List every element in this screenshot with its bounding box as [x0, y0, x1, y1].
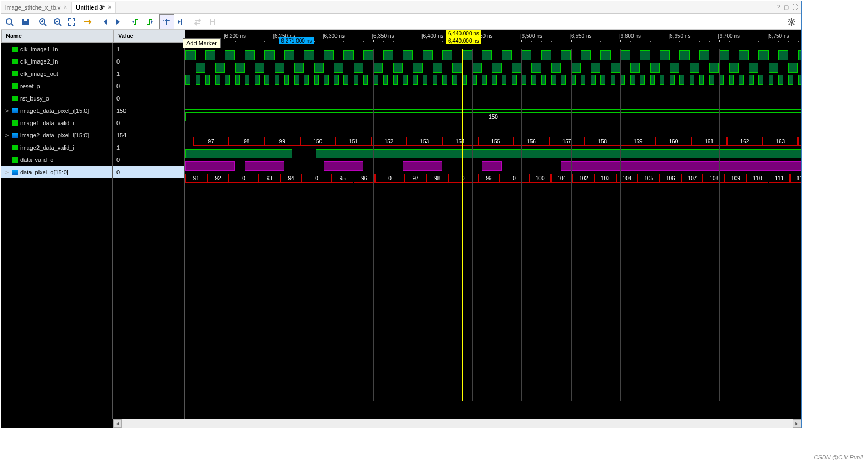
zoom-fit-icon[interactable]	[65, 14, 80, 29]
next-edge-icon[interactable]	[143, 14, 158, 29]
bit-icon	[12, 71, 18, 76]
signal-value: 0	[113, 55, 185, 67]
signal-name: data_valid_o	[20, 157, 53, 163]
signal-row[interactable]: >image2_data_pixel_i[15:0]	[1, 129, 113, 141]
tab-label: Untitled 3*	[76, 4, 105, 11]
bus-icon	[12, 108, 18, 113]
signal-row[interactable]: reset_p	[1, 80, 113, 92]
svg-line-10	[59, 24, 61, 26]
scroll-left-icon[interactable]: ◄	[113, 419, 122, 428]
signal-name: image1_data_valid_i	[20, 120, 74, 126]
svg-point-0	[6, 19, 12, 24]
name-column: Name clk_image1_inclk_image2_inclk_image…	[1, 30, 113, 428]
signal-name: image1_data_pixel_i[15:0]	[20, 107, 89, 114]
svg-point-11	[791, 21, 793, 23]
signal-value: 0	[113, 117, 185, 129]
close-icon[interactable]: ×	[108, 4, 112, 10]
add-marker-icon[interactable]	[159, 14, 174, 29]
prev-edge-icon[interactable]	[128, 14, 143, 29]
goto-cursor-icon[interactable]	[81, 14, 96, 29]
help-icon[interactable]: ?	[777, 4, 780, 11]
value-header[interactable]: Value	[113, 30, 185, 43]
bit-icon	[12, 96, 18, 101]
maximize-icon[interactable]: ⛶	[792, 4, 798, 11]
tab-label: image_stitche_x_tb.v	[5, 4, 60, 11]
value-column: Value 101001500154100	[113, 30, 185, 428]
signal-name: clk_image_out	[20, 71, 58, 77]
settings-icon[interactable]	[784, 14, 799, 29]
bit-icon	[12, 47, 18, 52]
tab-bar: image_stitche_x_tb.v × Untitled 3* × ? ▢…	[1, 1, 801, 14]
signal-row[interactable]: clk_image_out	[1, 67, 113, 80]
restore-icon[interactable]: ▢	[784, 4, 789, 11]
bit-icon	[12, 120, 18, 126]
signal-value: 1	[113, 141, 185, 153]
first-icon[interactable]	[97, 14, 112, 29]
signal-row[interactable]: >image1_data_pixel_i[15:0]	[1, 104, 113, 117]
signal-row[interactable]: >data_pixel_o[15:0]	[1, 166, 113, 178]
svg-line-7	[44, 24, 46, 26]
prev-marker-icon[interactable]	[174, 14, 189, 29]
signal-value: 150	[113, 104, 185, 117]
expand-icon[interactable]: >	[4, 169, 10, 175]
tab-file-1[interactable]: image_stitche_x_tb.v ×	[1, 2, 72, 13]
tooltip: Add Marker	[183, 38, 221, 48]
tab-file-2[interactable]: Untitled 3* ×	[72, 2, 116, 13]
signal-value: 0	[113, 153, 185, 166]
name-header[interactable]: Name	[1, 30, 113, 43]
signal-name: image2_data_pixel_i[15:0]	[20, 132, 89, 138]
bit-icon	[12, 83, 18, 89]
signal-row[interactable]: clk_image2_in	[1, 55, 113, 67]
expand-icon[interactable]: >	[4, 107, 10, 114]
signal-value: 0	[113, 80, 185, 92]
signal-row[interactable]: clk_image1_in	[1, 43, 113, 55]
last-icon[interactable]	[112, 14, 127, 29]
scroll-right-icon[interactable]: ►	[793, 419, 801, 428]
save-icon[interactable]	[19, 14, 34, 29]
waveform-area[interactable]: |6,200 ns|6,250 ns|6,300 ns|6,350 ns|6,4…	[185, 30, 801, 428]
signal-value: 0	[113, 166, 185, 178]
horizontal-scrollbar[interactable]: ◄ ►	[113, 419, 801, 428]
search-icon[interactable]	[3, 14, 18, 29]
expand-icon[interactable]: >	[4, 132, 10, 138]
signal-name: clk_image2_in	[20, 58, 58, 65]
signal-name: rst_busy_o	[20, 95, 49, 102]
close-icon[interactable]: ×	[64, 4, 67, 10]
bus-icon	[12, 133, 18, 138]
swap-a-icon[interactable]	[190, 14, 205, 29]
signal-value: 1	[113, 67, 185, 80]
signal-name: reset_p	[20, 83, 40, 89]
signal-name: data_pixel_o[15:0]	[20, 169, 68, 175]
svg-rect-3	[24, 19, 27, 21]
swap-b-icon[interactable]	[205, 14, 220, 29]
signal-row[interactable]: rst_busy_o	[1, 92, 113, 104]
signal-row[interactable]: image2_data_valid_i	[1, 141, 113, 153]
bit-icon	[12, 59, 18, 64]
bus-icon	[12, 170, 18, 175]
signal-row[interactable]: data_valid_o	[1, 153, 113, 166]
time-ruler[interactable]: |6,200 ns|6,250 ns|6,300 ns|6,350 ns|6,4…	[185, 30, 801, 49]
signal-name: clk_image1_in	[20, 46, 58, 52]
bit-icon	[12, 157, 18, 163]
signal-value: 0	[113, 92, 185, 104]
signal-row[interactable]: image1_data_valid_i	[1, 117, 113, 129]
bit-icon	[12, 145, 18, 150]
toolbar	[1, 14, 801, 30]
svg-line-1	[11, 24, 13, 26]
signal-value: 154	[113, 129, 185, 141]
zoom-out-icon[interactable]	[50, 14, 65, 29]
signal-name: image2_data_valid_i	[20, 144, 74, 151]
zoom-in-icon[interactable]	[35, 14, 50, 29]
signal-value: 1	[113, 43, 185, 55]
